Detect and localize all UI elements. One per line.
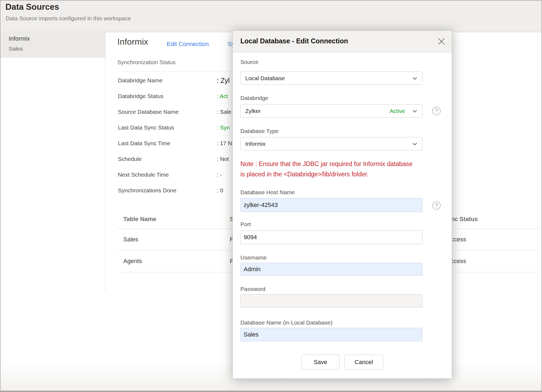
database-type-select-value: Informix: [241, 141, 413, 147]
window-border-bottom: [0, 391, 542, 392]
cancel-button[interactable]: Cancel: [344, 355, 383, 370]
modal-button-row: Save Cancel: [233, 355, 452, 370]
detail-value: : -: [217, 171, 222, 178]
detail-value: : Not: [217, 156, 229, 162]
section-divider: [117, 72, 232, 72]
col-table-name-header: Table Name: [123, 216, 156, 223]
table-row: Sales P: [117, 229, 232, 251]
username-input[interactable]: [240, 263, 422, 276]
chevron-down-icon: [413, 141, 417, 145]
detail-label: Schedule: [118, 156, 217, 162]
jdbc-note: Note : Ensure that the JDBC jar required…: [240, 159, 446, 179]
database-name-input[interactable]: [240, 328, 422, 341]
sidebar-item-name: Informix: [9, 35, 30, 42]
host-help-icon[interactable]: ?: [432, 201, 441, 210]
detail-label: Databridge Status: [118, 93, 217, 99]
detail-row: Last Data Sync Time : 17 N: [118, 139, 234, 147]
tables-list-left: Table Name S Sales P Agents P: [117, 209, 232, 272]
edit-connection-link[interactable]: Edit Connection: [167, 41, 209, 48]
page-title: Data Sources: [5, 2, 59, 12]
detail-label: Last Data Sync Time: [118, 140, 217, 147]
databridge-select[interactable]: Zylker Active: [240, 104, 422, 118]
jdbc-note-line2: is placed in the <Databridge>/lib/driver…: [240, 169, 446, 179]
detail-row: Databridge Status : Act: [118, 92, 234, 100]
table-name-cell: Agents: [123, 258, 142, 265]
sync-status-header-fragment: nc Status: [451, 216, 478, 223]
page-subtitle: Data Source imports configured in this w…: [6, 15, 131, 22]
window-border-top: [0, 0, 542, 1]
password-label: Password: [240, 286, 265, 292]
data-sources-page: Data Sources Data Source imports configu…: [0, 0, 542, 392]
host-label: Database Host Name: [240, 189, 295, 196]
modal-header: Local Database - Edit Connection: [233, 31, 452, 53]
detail-row: Last Data Sync Status : Syn: [118, 124, 234, 132]
tables-list-right: nc Status ccess ccess: [451, 209, 540, 272]
detail-label: Databridge Name: [118, 77, 217, 84]
sync-status-cell-fragment: ccess: [451, 236, 466, 243]
jdbc-note-line1: Note : Ensure that the JDBC jar required…: [240, 159, 446, 169]
modal-title: Local Database - Edit Connection: [240, 37, 348, 45]
sidebar-item-table: Sales: [9, 46, 23, 52]
detail-label: Last Data Sync Status: [118, 124, 217, 131]
detail-row: Source Database Name : Sale: [118, 108, 234, 116]
sync-status-section-title: Synchronization Status: [117, 59, 176, 66]
databridge-help-icon[interactable]: ?: [432, 107, 441, 115]
database-name-label: Database Name (in Local Database): [240, 319, 333, 326]
edit-connection-modal: Local Database - Edit Connection Source …: [233, 30, 452, 379]
sidebar-divider: [105, 32, 105, 293]
chevron-down-icon: [413, 108, 417, 112]
window-border-left: [0, 0, 1, 392]
detail-label: Source Database Name: [118, 109, 217, 115]
source-label: Source: [240, 59, 259, 65]
password-input[interactable]: [240, 294, 422, 307]
chevron-down-icon: [413, 75, 417, 80]
detail-value: : 0: [217, 187, 223, 194]
username-label: Username: [240, 254, 267, 261]
source-select-value: Local Database: [241, 75, 413, 82]
detail-value: : Act: [217, 93, 228, 99]
databridge-select-value: Zylker: [241, 108, 390, 114]
sync-status-cell-fragment: ccess: [451, 258, 466, 265]
source-select[interactable]: Local Database: [240, 72, 422, 85]
databridge-label: Databridge: [240, 95, 268, 101]
detail-value: : Syn: [217, 124, 230, 131]
datasource-heading: Informix: [117, 37, 148, 47]
database-type-label: Database Type: [240, 128, 279, 134]
save-button[interactable]: Save: [301, 355, 340, 370]
table-row: ccess: [451, 251, 540, 272]
detail-label: Next Schedule Time: [118, 171, 217, 178]
detail-row: Synchronizations Done : 0: [118, 186, 234, 195]
detail-value: : Sale: [217, 109, 231, 115]
detail-label: Synchronizations Done: [118, 187, 217, 194]
table-header-row: nc Status: [451, 209, 540, 229]
detail-value: : Zyl: [217, 77, 230, 85]
databridge-status-badge: Active: [390, 108, 405, 114]
table-row: Agents P: [117, 251, 232, 272]
host-input[interactable]: [240, 198, 422, 212]
detail-value: : 17 N: [217, 140, 232, 147]
port-label: Port: [240, 221, 251, 228]
table-name-cell: Sales: [123, 236, 138, 243]
database-type-select[interactable]: Informix: [240, 137, 422, 150]
close-icon[interactable]: [437, 37, 446, 46]
table-row: ccess: [451, 229, 540, 251]
detail-row: Next Schedule Time : -: [118, 171, 234, 179]
table-header-row: Table Name S: [117, 209, 232, 229]
port-input[interactable]: [240, 231, 422, 244]
detail-row: Databridge Name : Zyl: [118, 76, 234, 85]
sidebar-item-informix[interactable]: Informix Sales: [1, 33, 105, 58]
page-header: Data Sources Data Source imports configu…: [0, 0, 542, 32]
detail-row: Schedule : Not: [118, 155, 234, 163]
